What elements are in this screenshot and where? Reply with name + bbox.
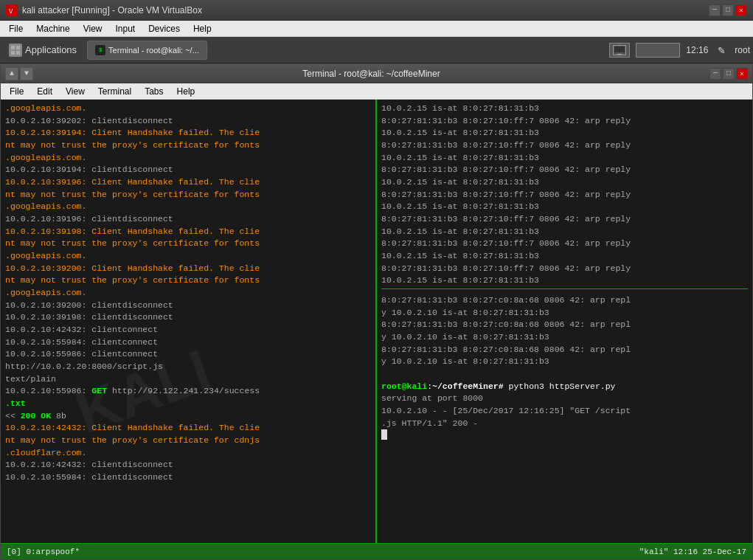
- r-line-22: [381, 368, 748, 381]
- terminal-minimize[interactable]: ─: [709, 68, 721, 80]
- right-terminal-pane[interactable]: 10.0.2.15 is-at 8:0:27:81:31:b3 8:0:27:8…: [377, 100, 752, 543]
- line-2: 10.0.2.10:39202: clientdisconnect: [5, 115, 371, 128]
- r-line-16: 8:0:27:81:31:b3 8:0:27:c0:8a:68 0806 42:…: [381, 294, 748, 307]
- close-button[interactable]: ✕: [735, 4, 747, 16]
- line-7: 10.0.2.10:39196: Client Handshake failed…: [5, 176, 371, 189]
- terminal-close[interactable]: ✕: [736, 68, 748, 80]
- terminal-content[interactable]: KALI .googleapis.com. 10.0.2.10:39202: c…: [1, 100, 752, 543]
- line-26: << 200 OK 8b: [5, 410, 371, 423]
- r-line-8: 8:0:27:81:31:b3 8:0:27:10:ff:7 0806 42: …: [381, 189, 748, 201]
- user-label[interactable]: root: [735, 45, 750, 55]
- virtualbox-menubar: File Machine View Input Devices Help: [0, 21, 753, 37]
- r-line-14: 8:0:27:81:31:b3 8:0:27:10:ff:7 0806 42: …: [381, 263, 748, 275]
- term-menu-edit[interactable]: Edit: [31, 85, 58, 98]
- applications-button[interactable]: Applications: [3, 41, 83, 60]
- term-menu-view[interactable]: View: [60, 85, 91, 98]
- r-line-separator: [381, 288, 748, 293]
- line-18: 10.0.2.10:39198: clientdisconnect: [5, 311, 371, 324]
- taskbar-right: 12:16 ✎ root: [609, 43, 750, 58]
- r-line-19: y 10.0.2.10 is-at 8:0:27:81:31:b3: [381, 331, 748, 344]
- line-16: .googleapis.com.: [5, 287, 371, 300]
- menu-file[interactable]: File: [3, 22, 29, 35]
- r-line-log2: .js HTTP/1.1" 200 -: [381, 418, 748, 430]
- taskbar: Applications $ Terminal - root@kali: ~/.…: [0, 37, 753, 63]
- line-17: 10.0.2.10:39200: clientdisconnect: [5, 300, 371, 312]
- r-line-cursor: [381, 429, 748, 442]
- r-line-13: 10.0.2.15 is-at 8:0:27:81:31:b3: [381, 250, 748, 263]
- line-21: 10.0.2.10:55986: clientconnect: [5, 348, 371, 361]
- term-menu-help[interactable]: Help: [171, 85, 201, 98]
- r-line-11: 10.0.2.15 is-at 8:0:27:81:31:b3: [381, 226, 748, 238]
- terminal-menubar: File Edit View Terminal Tabs Help: [1, 83, 752, 100]
- r-line-3: 10.0.2.15 is-at 8:0:27:81:31:b3: [381, 127, 748, 139]
- maximize-button[interactable]: □: [722, 4, 734, 16]
- r-line-1: 10.0.2.15 is-at 8:0:27:81:31:b3: [381, 103, 748, 115]
- line-5: .googleapis.com.: [5, 152, 371, 165]
- r-line-6: 8:0:27:81:31:b3 8:0:27:10:ff:7 0806 42: …: [381, 164, 748, 176]
- screen-placeholder: [636, 43, 680, 58]
- r-line-7: 10.0.2.15 is-at 8:0:27:81:31:b3: [381, 176, 748, 189]
- r-line-10: 8:0:27:81:31:b3 8:0:27:10:ff:7 0806 42: …: [381, 213, 748, 226]
- line-12: nt may not trust the proxy's certificate…: [5, 238, 371, 250]
- r-line-20: 8:0:27:81:31:b3 8:0:27:c0:8a:68 0806 42:…: [381, 344, 748, 356]
- line-27: 10.0.2.10:42432: Client Handshake failed…: [5, 422, 371, 435]
- r-line-serving: serving at port 8000: [381, 393, 748, 405]
- line-10: 10.0.2.10:39196: clientdisconnect: [5, 213, 371, 226]
- terminal-win-controls: ─ □ ✕: [709, 68, 748, 80]
- r-line-2: 8:0:27:81:31:b3 8:0:27:10:ff:7 0806 42: …: [381, 115, 748, 128]
- screen-button[interactable]: [609, 43, 630, 58]
- term-menu-terminal[interactable]: Terminal: [92, 85, 137, 98]
- line-13: .googleapis.com.: [5, 250, 371, 263]
- line-29: .cloudflare.com.: [5, 447, 371, 460]
- line-3: 10.0.2.10:39194: Client Handshake failed…: [5, 127, 371, 139]
- status-right: "kali" 12:16 25-Dec-17: [639, 547, 746, 556]
- terminal-titlebar: ▲ ▼ Terminal - root@kali: ~/coffeeMiner …: [1, 64, 752, 83]
- virtualbox-icon: V: [6, 4, 18, 16]
- terminal-maximize[interactable]: □: [723, 68, 735, 80]
- virtualbox-titlebar: V kali attacker [Running] - Oracle VM Vi…: [0, 0, 753, 21]
- menu-devices[interactable]: Devices: [142, 22, 186, 35]
- apps-icon: [9, 44, 22, 57]
- menu-help[interactable]: Help: [187, 22, 218, 35]
- left-terminal-pane[interactable]: .googleapis.com. 10.0.2.10:39202: client…: [1, 100, 377, 543]
- window-controls: ─ □ ✕: [709, 4, 747, 16]
- status-left: [0] 0:arpspoof*: [7, 547, 80, 556]
- settings-icon[interactable]: ✎: [714, 43, 729, 58]
- line-8: nt may not trust the proxy's certificate…: [5, 189, 371, 201]
- terminal-nav-down[interactable]: ▼: [20, 67, 33, 80]
- terminal-nav-left: ▲ ▼: [5, 67, 33, 80]
- term-menu-tabs[interactable]: Tabs: [139, 85, 169, 98]
- terminal-nav-up[interactable]: ▲: [5, 67, 18, 80]
- line-23: text/plain: [5, 373, 371, 386]
- terminal-taskbar-tab[interactable]: $ Terminal - root@kali: ~/...: [87, 41, 207, 60]
- r-line-18: 8:0:27:81:31:b3 8:0:27:c0:8a:68 0806 42:…: [381, 319, 748, 331]
- menu-view[interactable]: View: [77, 22, 108, 35]
- line-25: .txt: [5, 398, 371, 410]
- r-line-prompt: root@kali:~/coffeeMiner# python3 httpSer…: [381, 381, 748, 393]
- r-line-5: 10.0.2.15 is-at 8:0:27:81:31:b3: [381, 152, 748, 165]
- r-line-15: 10.0.2.15 is-at 8:0:27:81:31:b3: [381, 274, 748, 287]
- clock-display: 12:16: [686, 45, 708, 55]
- line-9: .googleapis.com.: [5, 201, 371, 213]
- line-11: 10.0.2.10:39198: Client Handshake failed…: [5, 226, 371, 238]
- terminal-window: ▲ ▼ Terminal - root@kali: ~/coffeeMiner …: [0, 63, 753, 560]
- line-30: 10.0.2.10:42432: clientdisconnect: [5, 459, 371, 471]
- term-menu-file[interactable]: File: [4, 85, 30, 98]
- r-line-12: 8:0:27:81:31:b3 8:0:27:10:ff:7 0806 42: …: [381, 238, 748, 250]
- window-title: kali attacker [Running] - Oracle VM Virt…: [22, 5, 202, 15]
- line-20: 10.0.2.10:55984: clientconnect: [5, 336, 371, 349]
- line-6: 10.0.2.10:39194: clientdisconnect: [5, 164, 371, 176]
- r-line-4: 8:0:27:81:31:b3 8:0:27:10:ff:7 0806 42: …: [381, 139, 748, 152]
- line-19: 10.0.2.10:42432: clientconnect: [5, 324, 371, 336]
- r-line-9: 10.0.2.15 is-at 8:0:27:81:31:b3: [381, 201, 748, 213]
- r-line-21: y 10.0.2.10 is-at 8:0:27:81:31:b3: [381, 356, 748, 368]
- svg-rect-2: [11, 46, 15, 49]
- applications-label: Applications: [25, 44, 77, 55]
- svg-rect-5: [16, 51, 20, 55]
- menu-input[interactable]: Input: [110, 22, 142, 35]
- terminal-tab-label: Terminal - root@kali: ~/...: [108, 46, 199, 55]
- terminal-tab-icon: $: [95, 45, 105, 55]
- minimize-button[interactable]: ─: [709, 4, 721, 16]
- menu-machine[interactable]: Machine: [30, 22, 75, 35]
- terminal-title: Terminal - root@kali: ~/coffeeMiner: [33, 69, 709, 79]
